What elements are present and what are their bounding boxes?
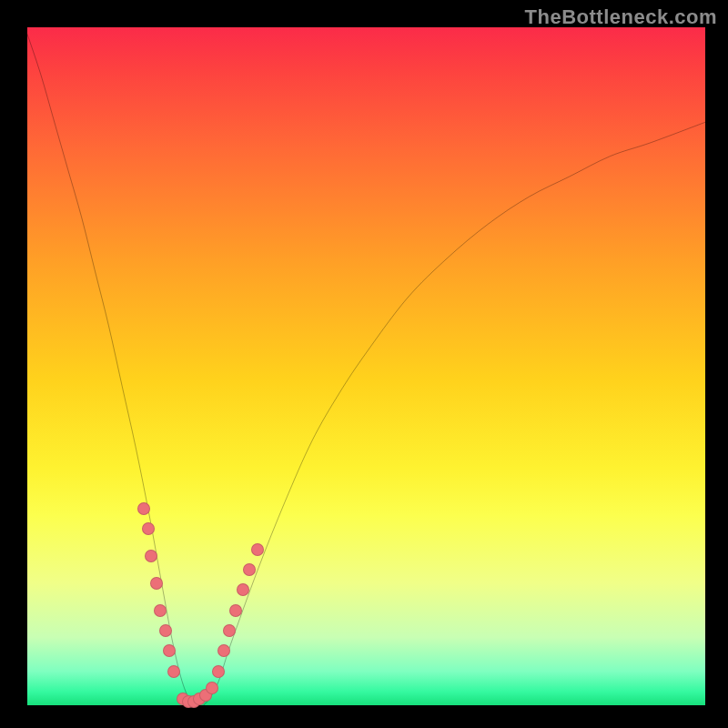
plot-area: [27, 27, 705, 705]
data-point: [212, 665, 225, 678]
data-point: [137, 502, 150, 515]
data-point: [237, 583, 249, 596]
data-point: [243, 563, 256, 576]
data-point: [223, 624, 236, 637]
data-point: [167, 665, 180, 678]
data-point: [251, 543, 264, 556]
data-point: [145, 550, 157, 562]
watermark-text: TheBottleneck.com: [525, 5, 717, 29]
chart-frame: TheBottleneck.com: [0, 0, 728, 728]
data-point: [142, 522, 155, 535]
data-point: [154, 604, 167, 617]
data-point: [206, 682, 218, 694]
data-point: [217, 644, 230, 657]
data-point: [150, 577, 163, 590]
data-point: [159, 624, 172, 637]
bottleneck-curve: [27, 27, 705, 705]
data-point: [163, 644, 176, 657]
data-point: [229, 604, 242, 617]
